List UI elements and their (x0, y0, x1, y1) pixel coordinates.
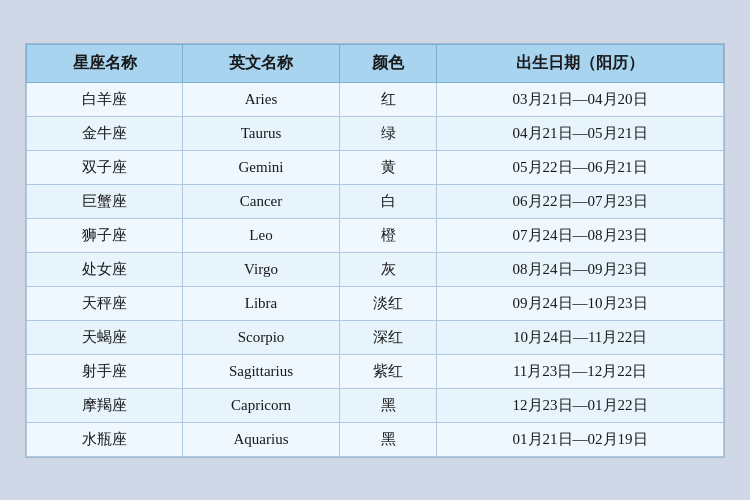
cell-chinese-name: 水瓶座 (27, 422, 183, 456)
cell-english-name: Sagittarius (183, 354, 340, 388)
cell-color: 灰 (339, 252, 436, 286)
cell-english-name: Taurus (183, 116, 340, 150)
cell-chinese-name: 狮子座 (27, 218, 183, 252)
zodiac-table-container: 星座名称 英文名称 颜色 出生日期（阳历） 白羊座Aries红03月21日—04… (25, 43, 725, 458)
table-row: 天秤座Libra淡红09月24日—10月23日 (27, 286, 724, 320)
cell-chinese-name: 天秤座 (27, 286, 183, 320)
col-header-date: 出生日期（阳历） (437, 44, 724, 82)
cell-chinese-name: 巨蟹座 (27, 184, 183, 218)
table-row: 天蝎座Scorpio深红10月24日—11月22日 (27, 320, 724, 354)
cell-date: 01月21日—02月19日 (437, 422, 724, 456)
cell-date: 11月23日—12月22日 (437, 354, 724, 388)
cell-english-name: Virgo (183, 252, 340, 286)
cell-color: 淡红 (339, 286, 436, 320)
zodiac-table: 星座名称 英文名称 颜色 出生日期（阳历） 白羊座Aries红03月21日—04… (26, 44, 724, 457)
cell-date: 05月22日—06月21日 (437, 150, 724, 184)
cell-english-name: Gemini (183, 150, 340, 184)
cell-date: 12月23日—01月22日 (437, 388, 724, 422)
cell-english-name: Aquarius (183, 422, 340, 456)
cell-color: 黄 (339, 150, 436, 184)
col-header-chinese: 星座名称 (27, 44, 183, 82)
cell-chinese-name: 处女座 (27, 252, 183, 286)
col-header-color: 颜色 (339, 44, 436, 82)
table-row: 处女座Virgo灰08月24日—09月23日 (27, 252, 724, 286)
cell-color: 黑 (339, 422, 436, 456)
cell-date: 10月24日—11月22日 (437, 320, 724, 354)
cell-color: 黑 (339, 388, 436, 422)
cell-date: 07月24日—08月23日 (437, 218, 724, 252)
cell-color: 紫红 (339, 354, 436, 388)
cell-english-name: Capricorn (183, 388, 340, 422)
table-row: 双子座Gemini黄05月22日—06月21日 (27, 150, 724, 184)
table-row: 金牛座Taurus绿04月21日—05月21日 (27, 116, 724, 150)
cell-date: 04月21日—05月21日 (437, 116, 724, 150)
table-body: 白羊座Aries红03月21日—04月20日金牛座Taurus绿04月21日—0… (27, 82, 724, 456)
cell-chinese-name: 双子座 (27, 150, 183, 184)
cell-english-name: Cancer (183, 184, 340, 218)
table-row: 白羊座Aries红03月21日—04月20日 (27, 82, 724, 116)
cell-date: 03月21日—04月20日 (437, 82, 724, 116)
table-row: 射手座Sagittarius紫红11月23日—12月22日 (27, 354, 724, 388)
cell-english-name: Leo (183, 218, 340, 252)
cell-chinese-name: 金牛座 (27, 116, 183, 150)
cell-chinese-name: 白羊座 (27, 82, 183, 116)
cell-chinese-name: 天蝎座 (27, 320, 183, 354)
table-row: 狮子座Leo橙07月24日—08月23日 (27, 218, 724, 252)
cell-color: 绿 (339, 116, 436, 150)
table-row: 水瓶座Aquarius黑01月21日—02月19日 (27, 422, 724, 456)
cell-color: 深红 (339, 320, 436, 354)
table-row: 巨蟹座Cancer白06月22日—07月23日 (27, 184, 724, 218)
cell-date: 09月24日—10月23日 (437, 286, 724, 320)
cell-english-name: Scorpio (183, 320, 340, 354)
cell-english-name: Libra (183, 286, 340, 320)
cell-date: 08月24日—09月23日 (437, 252, 724, 286)
cell-chinese-name: 摩羯座 (27, 388, 183, 422)
cell-color: 红 (339, 82, 436, 116)
cell-chinese-name: 射手座 (27, 354, 183, 388)
table-row: 摩羯座Capricorn黑12月23日—01月22日 (27, 388, 724, 422)
table-header-row: 星座名称 英文名称 颜色 出生日期（阳历） (27, 44, 724, 82)
cell-color: 橙 (339, 218, 436, 252)
col-header-english: 英文名称 (183, 44, 340, 82)
cell-date: 06月22日—07月23日 (437, 184, 724, 218)
cell-english-name: Aries (183, 82, 340, 116)
cell-color: 白 (339, 184, 436, 218)
